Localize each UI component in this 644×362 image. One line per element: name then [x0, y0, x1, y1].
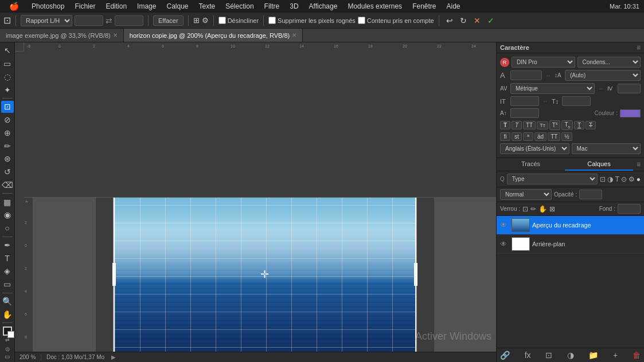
tool-pen[interactable]: ✒: [1, 239, 14, 251]
screen-mode-btn[interactable]: ▭: [5, 353, 10, 360]
layers-new-btn[interactable]: +: [613, 351, 618, 360]
tool-type[interactable]: T: [1, 252, 14, 264]
baseline-input[interactable]: 0 pt: [510, 108, 539, 118]
layers-filter-smart[interactable]: ⚙: [629, 175, 635, 183]
swap-icon[interactable]: ⇄: [106, 16, 112, 25]
layer-eye-arriere[interactable]: 👁: [500, 240, 509, 248]
menu-affichage[interactable]: Affichage: [305, 1, 342, 11]
ot-ordinal[interactable]: ª: [523, 132, 533, 141]
tracking-input[interactable]: 0: [618, 84, 641, 93]
tool-dodge[interactable]: ○: [1, 222, 14, 234]
menu-image[interactable]: Image: [132, 1, 161, 11]
layers-filter-shape[interactable]: ⊙: [621, 175, 627, 183]
apple-menu[interactable]: 🍎: [5, 1, 24, 12]
menu-edition[interactable]: Edition: [101, 1, 131, 11]
tool-path-select[interactable]: ◈: [1, 265, 14, 277]
lock-pixel-btn[interactable]: ⊡: [522, 205, 528, 213]
blend-mode-select[interactable]: Normal: [500, 189, 552, 200]
opacity-input[interactable]: 100 %: [579, 190, 602, 199]
layer-item-apercu[interactable]: 👁 Aperçu du recadrage: [497, 216, 644, 235]
settings-icon[interactable]: ⚙: [202, 16, 209, 25]
panel-collapse-btn[interactable]: ≡: [637, 44, 641, 52]
fmt-allcaps[interactable]: TT: [523, 121, 536, 129]
kerning-select[interactable]: Métrique: [510, 83, 595, 94]
tab-0[interactable]: image exemple.jpg @ 33,3% (RVB/8) ✕: [0, 29, 124, 42]
ot-oldstyle[interactable]: TT: [548, 132, 560, 141]
menu-texte[interactable]: Texte: [194, 1, 220, 11]
grid-icon[interactable]: ⊞: [193, 16, 200, 25]
menu-filtre[interactable]: Filtre: [260, 1, 284, 11]
font-style-select[interactable]: Condens...: [577, 57, 641, 68]
quick-mask-btn[interactable]: ⊙: [5, 346, 10, 352]
tab-1-close[interactable]: ✕: [292, 32, 296, 38]
font-family-select[interactable]: DIN Pro: [512, 57, 575, 68]
ot-discretionary[interactable]: äd: [534, 132, 547, 141]
tool-stamp[interactable]: ⊛: [1, 153, 14, 165]
foreground-color[interactable]: [3, 326, 12, 336]
scale-h-input[interactable]: 100 %: [510, 96, 539, 106]
layers-fx-btn[interactable]: fx: [525, 351, 531, 360]
layers-filter-type[interactable]: T: [615, 175, 619, 183]
history-back-btn[interactable]: ↩: [444, 15, 455, 26]
ratio-select[interactable]: Rapport L/H: [21, 15, 72, 26]
menu-3d[interactable]: 3D: [285, 1, 303, 11]
fill-input[interactable]: 100 %: [618, 204, 641, 214]
layers-type-select[interactable]: Type: [507, 174, 598, 184]
crop-handle-ml[interactable]: [112, 263, 116, 286]
layers-filter-pixel[interactable]: ⊡: [600, 175, 606, 183]
scale-v-input[interactable]: 100 %: [562, 96, 591, 106]
tool-heal[interactable]: ⊕: [1, 127, 14, 139]
ot-fi[interactable]: fi: [500, 132, 510, 141]
menu-photoshop[interactable]: Photoshop: [27, 1, 69, 11]
clear-button[interactable]: Effacer: [153, 15, 184, 26]
menu-aide[interactable]: Aide: [442, 1, 465, 11]
tool-brush[interactable]: ✏: [1, 140, 14, 152]
supprimer-checkbox[interactable]: Supprimer les pixels rognés: [268, 17, 356, 24]
fmt-smallcaps[interactable]: Tт: [537, 121, 548, 129]
language-select[interactable]: Anglais (États-Unis): [500, 143, 569, 154]
menu-fichier[interactable]: Fichier: [70, 1, 100, 11]
antialias-select[interactable]: Mac: [572, 143, 641, 154]
tab-calques[interactable]: Calques: [565, 158, 633, 171]
fmt-bold[interactable]: T: [500, 121, 510, 129]
layers-filter-toggle[interactable]: ●: [637, 175, 641, 183]
height-input[interactable]: [115, 15, 143, 26]
tool-zoom[interactable]: 🔍: [1, 296, 14, 308]
fmt-strikethrough[interactable]: T: [586, 121, 596, 129]
canvas-workspace[interactable]: ✛ Activer Windows: [33, 198, 496, 352]
menu-calque[interactable]: Calque: [162, 1, 193, 11]
fmt-sub[interactable]: Ts: [561, 120, 573, 130]
menu-fenetre[interactable]: Fenêtre: [408, 1, 440, 11]
layer-eye-apercu[interactable]: 👁: [500, 221, 509, 229]
tool-move[interactable]: ↖: [1, 45, 14, 57]
menu-selection[interactable]: Sélection: [221, 1, 258, 11]
lock-gradient-btn[interactable]: ✏: [530, 205, 536, 213]
layer-item-arriere[interactable]: 👁 Arrière-plan: [497, 235, 644, 254]
tool-select-rect[interactable]: ▭: [1, 58, 14, 70]
tool-history-brush[interactable]: ↺: [1, 166, 14, 178]
tool-hand[interactable]: ✋: [1, 308, 14, 320]
cancel-btn[interactable]: ✕: [471, 15, 483, 26]
lock-move-btn[interactable]: ✋: [538, 205, 547, 213]
tab-1[interactable]: horizon copie.jpg @ 200% (Aperçu du reca…: [124, 29, 303, 42]
fmt-underline[interactable]: T: [574, 121, 584, 129]
layers-group-btn[interactable]: 📁: [588, 351, 598, 360]
lock-artboard-btn[interactable]: ⊠: [549, 205, 555, 213]
crop-handle-mr[interactable]: [414, 263, 417, 286]
leading-select[interactable]: (Auto): [565, 70, 641, 81]
tool-lasso[interactable]: ◌: [1, 71, 14, 83]
tool-shape[interactable]: ▭: [1, 278, 14, 290]
history-forward-btn[interactable]: ↻: [458, 15, 469, 26]
layers-delete-btn[interactable]: 🗑: [633, 351, 641, 360]
layers-filter-adjust[interactable]: ◑: [607, 175, 613, 183]
desincliner-checkbox[interactable]: Désincliner: [218, 17, 259, 24]
tool-eyedropper[interactable]: ⊘: [1, 114, 14, 126]
font-size-input[interactable]: 3,83 pt: [510, 70, 542, 80]
confirm-btn[interactable]: ✓: [485, 15, 497, 26]
tab-traces[interactable]: Tracés: [497, 158, 565, 171]
tab-0-close[interactable]: ✕: [113, 32, 118, 38]
tool-gradient[interactable]: ▦: [1, 196, 14, 208]
ot-fractions[interactable]: ½: [561, 132, 572, 141]
doc-info-arrow[interactable]: ▶: [111, 354, 116, 360]
contenu-checkbox[interactable]: Contenu pris en compte: [358, 17, 434, 24]
